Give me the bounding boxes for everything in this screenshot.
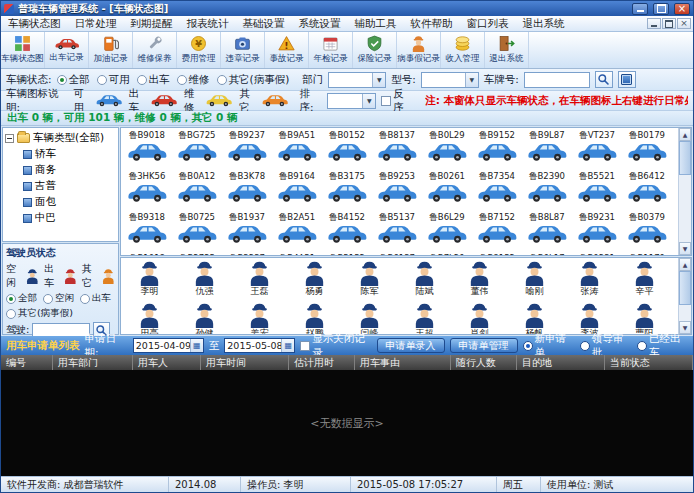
tree-item[interactable]: 吉普 [3,178,118,194]
vehicle-item[interactable]: 鲁B0379 [622,212,672,253]
menu-item[interactable]: 软件帮助 [404,16,460,31]
vehicle-item[interactable]: 鲁B2725 [172,253,222,255]
vehicle-item[interactable]: 鲁B5152 [322,253,372,255]
column-header[interactable]: 目的地 [517,355,605,370]
driver-item[interactable]: 喻刚 [507,260,562,302]
vehicle-status-option[interactable]: 其它(病事假) [217,73,290,87]
toolbar-expense-button[interactable]: 费用管理 [177,32,221,68]
maximize-button[interactable] [653,3,669,15]
vehicle-item[interactable]: 鲁B6137 [372,253,422,255]
request-manage-button[interactable]: 申请单管理 [450,338,518,353]
mdi-minimize-button[interactable] [647,18,661,29]
column-header[interactable]: 当前状态 [605,355,693,370]
toolbar-accident-button[interactable]: 事故记录 [265,32,309,68]
driver-item[interactable]: 李明 [122,260,177,302]
request-entry-button[interactable]: 申请单录入 [377,338,445,353]
column-header[interactable]: 用车部门 [53,355,133,370]
vehicle-item[interactable]: 鲁B9231 [572,212,622,253]
toolbar-vehicle-status-button[interactable]: 车辆状态图 [1,32,45,68]
vehicle-item[interactable]: 鲁B0179 [622,130,672,171]
vehicle-item[interactable]: 鲁B9253 [372,171,422,212]
scroll-track[interactable] [679,141,691,242]
column-header[interactable]: 估计用时 [289,355,355,370]
vehicle-item[interactable]: 鲁B0A12 [172,171,222,212]
vehicle-item[interactable]: 鲁B2390 [522,171,572,212]
vehicle-item[interactable]: 鲁B8137 [372,130,422,171]
driver-item[interactable]: 姜宏 [232,302,287,334]
driver-item[interactable]: 李波 [562,302,617,334]
driver-scrollbar[interactable] [678,258,691,334]
menu-item[interactable]: 车辆状态图 [1,16,68,31]
mdi-close-button[interactable] [677,18,691,29]
plate-search-button[interactable] [595,71,613,88]
vehicle-item[interactable]: 鲁B0L29 [422,130,472,171]
vehicle-item[interactable]: 鲁3HK56 [122,171,172,212]
driver-item[interactable]: 杨帆 [507,302,562,334]
vehicle-item[interactable]: 鲁B0261 [422,171,472,212]
tree-item[interactable]: 面包 [3,194,118,210]
scroll-thumb[interactable] [679,141,691,175]
tree-root-item[interactable]: 车辆类型(全部) [3,130,118,146]
calendar-icon[interactable] [281,339,294,352]
chevron-down-icon[interactable] [372,73,385,87]
vehicle-item[interactable]: 鲁B1018 [122,253,172,255]
scroll-thumb[interactable] [679,271,691,305]
vehicle-item[interactable]: 鲁B9L87 [522,130,572,171]
sort-combo[interactable] [327,93,376,109]
vehicle-item[interactable]: 鲁B2A51 [272,212,322,253]
vehicle-item[interactable]: 鲁B7354 [472,171,522,212]
driver-item[interactable]: 肖剑 [452,302,507,334]
column-header[interactable]: 用车时间 [201,355,289,370]
menu-item[interactable]: 辅助工具 [348,16,404,31]
vehicle-item[interactable]: 鲁B9164 [272,171,322,212]
driver-status-option[interactable]: 空闲 [43,292,74,305]
toolbar-insurance-button[interactable]: 保险记录 [353,32,397,68]
tree-item[interactable]: 轿车 [3,146,118,162]
tree-item[interactable]: 中巴 [3,210,118,226]
driver-item[interactable]: 辛平 [617,260,672,302]
vehicle-item[interactable]: 鲁B7L29 [422,253,472,255]
scroll-down-icon[interactable] [679,242,691,255]
vehicle-item[interactable]: 鲁B3K78 [222,171,272,212]
driver-item[interactable]: 赵鹏 [287,302,342,334]
vehicle-item[interactable]: 鲁B1937 [222,212,272,253]
vehicle-item[interactable]: 鲁B9237 [222,130,272,171]
driver-status-option[interactable]: 其它(病事假) [6,307,73,320]
toolbar-sick-leave-button[interactable]: 病事假记录 [397,32,441,68]
close-button[interactable] [674,3,690,15]
scroll-up-icon[interactable] [679,128,691,141]
driver-item[interactable]: 董伟 [452,260,507,302]
vehicle-item[interactable]: 鲁B0152 [322,130,372,171]
menu-item[interactable]: 基础设置 [236,16,292,31]
calendar-icon[interactable] [190,339,203,352]
toolbar-depart-record-button[interactable]: 出车记录 [45,32,89,68]
minimize-button[interactable] [632,3,648,15]
vehicle-item[interactable]: 鲁BG725 [172,130,222,171]
toolbar-inspection-button[interactable]: 年检记录 [309,32,353,68]
driver-status-option[interactable]: 全部 [6,292,37,305]
vehicle-item[interactable]: 鲁B1179 [622,253,672,255]
vehicle-status-option[interactable]: 维修 [177,73,210,87]
driver-item[interactable]: 仇强 [177,260,232,302]
driver-item[interactable]: 闫峰 [342,302,397,334]
vehicle-status-option[interactable]: 出车 [137,73,170,87]
toolbar-income-button[interactable]: 收入管理 [441,32,485,68]
vehicle-item[interactable]: 鲁B9A51 [272,130,322,171]
driver-item[interactable]: 张涛 [562,260,617,302]
vehicle-item[interactable]: 鲁B0725 [172,212,222,253]
toolbar-fuel-record-button[interactable]: 加油记录 [89,32,133,68]
menu-item[interactable]: 报表统计 [180,16,236,31]
toolbar-violation-button[interactable]: 违章记录 [221,32,265,68]
menu-item[interactable]: 日常处理 [68,16,124,31]
vehicle-item[interactable]: 鲁B3237 [222,253,272,255]
vehicle-item[interactable]: 鲁B9152 [472,130,522,171]
refresh-view-button[interactable] [618,71,636,88]
driver-status-option[interactable]: 出车 [80,292,111,305]
toolbar-maintenance-button[interactable]: 维修保养 [133,32,177,68]
menu-item[interactable]: 窗口列表 [460,16,516,31]
vehicle-item[interactable]: 鲁B9018 [122,130,172,171]
driver-item[interactable]: 杨勇 [287,260,342,302]
menu-item[interactable]: 退出系统 [516,16,572,31]
driver-item[interactable]: 王磊 [232,260,287,302]
chevron-down-icon[interactable] [465,73,478,87]
